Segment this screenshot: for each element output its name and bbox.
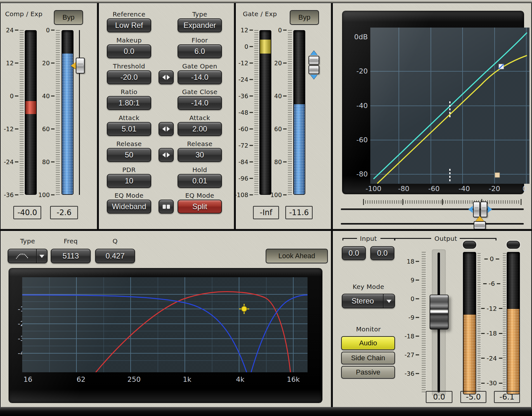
comp-level-meter-fill	[62, 54, 73, 194]
eq-type-label: Type	[8, 237, 48, 245]
output-fader-scale: 1890-9-18-27-36	[405, 261, 419, 374]
key-mode-value: Stereo	[342, 297, 383, 305]
output-meter-right-readout: -6.1	[494, 391, 520, 403]
attack-link-button[interactable]	[159, 122, 174, 136]
key-mode-dropdown[interactable]: Stereo	[342, 294, 395, 308]
output-meter-right	[507, 252, 520, 394]
output-meter-scale: 0-6-12-18-24-30	[481, 259, 503, 383]
range-grip-left[interactable]	[473, 202, 480, 217]
left-right-arrows-icon	[162, 74, 170, 80]
comp-threshold-grip[interactable]	[76, 58, 85, 74]
input-bracket-right	[380, 238, 395, 240]
transfer-graph-bezel: 0dB-20-40-60-80 -100-80-60-40-200	[342, 11, 524, 194]
comp-exp-title: Comp / Exp	[5, 10, 42, 18]
param-release-gate-button[interactable]: 30	[178, 148, 222, 162]
input-gain-left-button[interactable]: 0.0	[342, 246, 366, 260]
param-eq-mode-wideband-button[interactable]: Wideband	[107, 200, 151, 214]
output-fader-handle[interactable]	[430, 295, 449, 330]
gate-gr-meter-fill	[260, 40, 271, 54]
eq-q-label: Q	[95, 237, 135, 245]
eq-type-dropdown[interactable]	[8, 249, 48, 263]
output-meter-ticks-left	[477, 253, 481, 393]
param-label-eq-mode-left: EQ Mode	[107, 192, 151, 199]
floor-handle[interactable]	[495, 173, 500, 177]
monitor-label: Monitor	[342, 325, 395, 333]
eq-x-axis: 16622501k4k16k	[22, 376, 308, 384]
eq-freq-label: Freq	[51, 237, 91, 245]
output-fader-ticks	[422, 252, 426, 393]
plugin-window: Comp / Exp Byp 24120-12-24-36 0204060801…	[0, 0, 532, 416]
release-link-button[interactable]	[159, 148, 174, 162]
gate-gr-ticks	[254, 30, 258, 195]
eq-graph-bezel: 0-12-24-36-48 16622501k4k16k	[9, 268, 322, 403]
gate-threshold-grip-lower[interactable]	[308, 65, 319, 74]
param-label-pdr: PDR	[107, 166, 151, 174]
comp-threshold-slider-track[interactable]	[79, 30, 80, 195]
offset-slider-track[interactable]	[341, 223, 524, 225]
offset-slider-handle[interactable]	[474, 216, 486, 229]
monitor-passive-button[interactable]: Passive	[341, 366, 395, 379]
param-hold-button[interactable]: 0.01	[178, 174, 222, 188]
range-left-arrow-icon	[468, 206, 473, 213]
offset-grip[interactable]	[474, 221, 486, 229]
monitor-audio-button[interactable]: Audio	[341, 336, 395, 350]
range-ruler	[363, 200, 522, 204]
left-right-arrows-icon	[162, 152, 170, 158]
range-grip-right[interactable]	[480, 202, 487, 217]
gate-level-scale: 020406080100	[271, 30, 287, 195]
param-release-comp-button[interactable]: 50	[107, 148, 151, 162]
param-pdr-button[interactable]: 10	[107, 174, 151, 188]
knee-handle[interactable]	[499, 64, 504, 69]
param-eq-mode-split-button[interactable]: Split	[178, 200, 222, 214]
param-attack-gate-button[interactable]: 2.00	[178, 122, 222, 136]
output-meter-left-fill	[464, 315, 476, 394]
param-gate-close-button[interactable]: -14.0	[178, 96, 222, 110]
transfer-graph-panel: 0dB-20-40-60-80 -100-80-60-40-200	[333, 3, 531, 229]
output-label: Output	[430, 235, 462, 242]
param-label-floor: Floor	[178, 36, 222, 44]
gate-threshold-grip-upper[interactable]	[308, 56, 319, 65]
comp-level-meter	[62, 30, 74, 195]
bandpass-filter-icon	[8, 253, 36, 259]
param-label-hold: Hold	[178, 166, 222, 174]
comp-gr-meter-fill	[25, 101, 36, 114]
param-reference-button[interactable]: Low Ref	[107, 18, 151, 32]
gate-threshold-up-arrow-icon	[310, 51, 317, 55]
param-label-attack-gate: Attack	[178, 114, 222, 122]
range-slider-track[interactable]	[341, 208, 524, 210]
gate-bypass-button[interactable]: Byp	[290, 10, 319, 25]
output-clip-led-left[interactable]	[463, 241, 476, 249]
comp-bypass-button[interactable]: Byp	[54, 10, 83, 25]
comp-threshold-slider-handle[interactable]	[71, 58, 85, 74]
gate-gr-scale: 120-12-24-36-48-60-72-84-96-108	[236, 30, 253, 195]
param-type-button[interactable]: Expander	[178, 18, 222, 32]
param-label-type: Type	[178, 10, 222, 18]
param-label-release-gate: Release	[178, 140, 222, 148]
gate-level-meter	[293, 30, 305, 195]
output-fader-readout[interactable]: 0.0	[426, 391, 452, 403]
gate-threshold-slider-handle[interactable]	[308, 51, 319, 79]
left-right-arrows-icon	[162, 126, 170, 132]
output-bracket-left	[394, 238, 431, 240]
param-makeup-button[interactable]: 0.0	[107, 44, 151, 58]
gate-level-meter-fill	[294, 104, 305, 194]
monitor-side-chain-button[interactable]: Side Chain	[341, 352, 395, 364]
look-ahead-button[interactable]: Look Ahead	[266, 249, 328, 263]
eq-freq-button[interactable]: 5113	[51, 249, 91, 263]
chevron-down-icon	[37, 252, 47, 260]
param-threshold-button[interactable]: -20.0	[107, 70, 151, 84]
eq-panel: Type Freq Q 5113 0.427 Look Ahead 0-12-2…	[1, 231, 331, 407]
param-attack-comp-button[interactable]: 5.01	[107, 122, 151, 136]
output-clip-led-right[interactable]	[507, 241, 520, 249]
gate-threshold-down-arrow-icon	[310, 75, 317, 79]
transfer-y-axis: 0dB-20-40-60-80	[344, 28, 368, 184]
eq-mode-link-button[interactable]	[159, 200, 174, 214]
param-ratio-button[interactable]: 1.80:1	[107, 96, 151, 110]
threshold-link-button[interactable]	[159, 70, 174, 84]
range-slider-handles[interactable]	[468, 202, 492, 217]
comp-gr-readout: -40.0	[13, 206, 41, 219]
param-floor-button[interactable]: 6.0	[178, 44, 222, 58]
eq-q-button[interactable]: 0.427	[95, 249, 135, 263]
param-gate-open-button[interactable]: -14.0	[178, 70, 222, 84]
input-gain-right-button[interactable]: 0.0	[370, 246, 394, 260]
